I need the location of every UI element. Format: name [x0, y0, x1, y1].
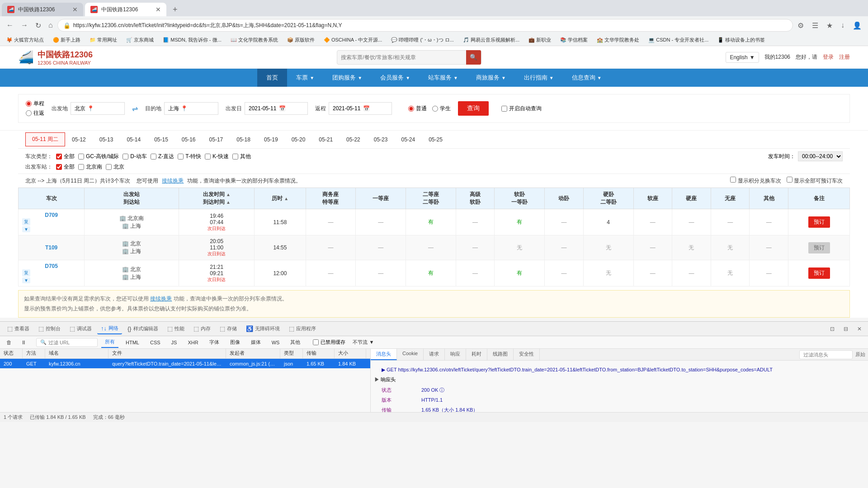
swap-button[interactable]: ⇌ [132, 104, 138, 113]
back-button[interactable]: ← [4, 19, 16, 31]
header-filter-input[interactable] [803, 352, 849, 357]
filter-other[interactable]: 其他 [232, 153, 251, 160]
filter-gc[interactable]: GC-高铁/城际 [78, 153, 119, 160]
devtools-style-editor[interactable]: {} 样式编辑器 [124, 324, 162, 334]
new-tab-button[interactable]: + [170, 5, 180, 14]
notice-transfer-link[interactable]: 接续换乘 [150, 296, 172, 302]
station-all[interactable]: 全部 [56, 163, 75, 171]
bookmark-msdn[interactable]: 📘 MSDN, 我告诉你 - 微... [160, 36, 224, 44]
bookmark-jd[interactable]: 🛒 京东商城 [123, 36, 156, 44]
filter-t-checkbox[interactable] [178, 154, 184, 160]
bookmark-edu[interactable]: 📖 文化学院教务系统 [228, 36, 281, 44]
devtools-separate-button[interactable]: ⊟ [841, 324, 851, 334]
detail-tab-security[interactable]: 安全性 [514, 349, 540, 360]
filter-d-checkbox[interactable] [123, 154, 128, 160]
throttle-selector[interactable]: 不节流 ▼ [349, 337, 377, 347]
normal-radio[interactable]: 普通 [408, 105, 427, 113]
account-link[interactable]: 我的12306 [764, 53, 790, 61]
detail-tab-cookie[interactable]: Cookie [397, 349, 424, 360]
bookmark-foxofficialsite[interactable]: 🦊 火狐官方站点 [4, 36, 47, 44]
filter-image[interactable]: 图像 [226, 337, 244, 347]
filter-gc-checkbox[interactable] [78, 154, 84, 160]
student-radio-input[interactable] [432, 106, 438, 112]
filter-t[interactable]: T-特快 [178, 153, 201, 160]
show-points-checkbox-label[interactable]: 显示积分兑换车次 [730, 177, 781, 185]
nav-item-station[interactable]: 站车服务 ▼ [419, 69, 467, 87]
train-link-d705[interactable]: D705 [45, 263, 58, 269]
filter-font[interactable]: 字体 [206, 337, 223, 347]
detail-tab-route[interactable]: 线路图 [487, 349, 514, 360]
network-filter-input[interactable] [48, 340, 94, 345]
filter-k-checkbox[interactable] [205, 154, 211, 160]
to-input[interactable]: 上海 📍 [164, 102, 218, 115]
time-filter-select[interactable]: 00:00--24:00 [798, 151, 843, 161]
date-tab-0523[interactable]: 05-23 [367, 133, 395, 146]
devtools-network[interactable]: ↑↓ 网络 [97, 323, 122, 334]
bookmark-xuexin[interactable]: 📚 学信档案 [557, 36, 590, 44]
date-tab-0522[interactable]: 05-22 [340, 133, 367, 146]
bookmark-bilibili[interactable]: 💬 哔哩哔哩 ('・ω・)つ ロ... [388, 36, 456, 44]
devtools-dock-button[interactable]: ⊡ [827, 324, 837, 334]
nav-item-info[interactable]: 信息查询 ▼ [563, 69, 611, 87]
downloads-button[interactable]: ↓ [838, 19, 847, 32]
book-button-d705[interactable]: 预订 [808, 267, 830, 279]
date-tab-0524[interactable]: 05-24 [394, 133, 422, 146]
devtools-memory[interactable]: ⬚ 内存 [190, 324, 214, 334]
tab-close-1[interactable]: ✕ [72, 6, 78, 13]
nav-item-group[interactable]: 团购服务 ▼ [323, 69, 371, 87]
date-tab-0521[interactable]: 05-21 [312, 133, 340, 146]
book-button-d709[interactable]: 预订 [808, 216, 830, 228]
student-radio[interactable]: 学生 [432, 105, 451, 113]
bookmark-csdn[interactable]: 💻 CSDN - 专业开发者社... [646, 36, 711, 44]
date-tab-0520[interactable]: 05-20 [285, 133, 312, 146]
bookmark-newuser[interactable]: 🟠 新手上路 [50, 36, 83, 44]
date-tab-0517[interactable]: 05-17 [203, 133, 230, 146]
browser-tab-2[interactable]: 🚄 中国铁路12306 ✕ [85, 3, 166, 16]
depart-input[interactable]: 2021-05-11 📅 [245, 102, 308, 115]
raw-headers-button[interactable]: 原始 [853, 349, 868, 360]
station-beijingnan-checkbox[interactable] [78, 164, 84, 170]
bookmark-mobile[interactable]: 📱 移动设备上的书签 [715, 36, 768, 44]
filter-z-checkbox[interactable] [151, 154, 156, 160]
devtools-inspector[interactable]: ⬚ 查看器 [4, 324, 33, 334]
filter-all-requests[interactable]: 所有 [101, 337, 118, 348]
filter-all-checkbox[interactable] [56, 154, 62, 160]
network-row-selected[interactable]: 200 GET kyfw.12306.cn query?leftTicketDT… [0, 359, 370, 369]
nav-item-member[interactable]: 会员服务 ▼ [371, 69, 419, 87]
filter-js[interactable]: JS [168, 338, 181, 347]
bookmark-netease[interactable]: 🎵 网易云音乐视频解析... [460, 36, 522, 44]
filter-xhr[interactable]: XHR [184, 338, 202, 347]
date-tab-0512[interactable]: 05-12 [65, 133, 93, 146]
date-tab-0516[interactable]: 05-16 [175, 133, 203, 146]
date-tab-0514[interactable]: 05-14 [120, 133, 147, 146]
extensions-button[interactable]: ⚙ [795, 19, 807, 32]
date-tab-0518[interactable]: 05-18 [230, 133, 257, 146]
filter-all[interactable]: 全部 [56, 153, 75, 160]
devtools-storage[interactable]: ⬚ 存储 [216, 324, 241, 334]
filter-html[interactable]: HTML [122, 338, 143, 347]
login-link[interactable]: 登录 [823, 53, 834, 61]
date-tab-0515[interactable]: 05-15 [147, 133, 175, 146]
station-beijingnan[interactable]: 北京南 [78, 163, 102, 171]
detail-tab-headers[interactable]: 消息头 [371, 349, 397, 360]
bookmark-job[interactable]: 💼 新职业 [526, 36, 554, 44]
bookmark-button[interactable]: ★ [824, 19, 835, 32]
address-bar[interactable]: 🔒 https://kyfw.12306.cn/otn/leftTicket/i… [57, 19, 793, 32]
filter-d[interactable]: D-动车 [123, 153, 147, 160]
auto-query-checkbox[interactable] [501, 106, 507, 112]
filter-ws[interactable]: WS [268, 338, 283, 347]
show-points-checkbox[interactable] [730, 177, 736, 183]
disable-cache-checkbox[interactable] [313, 339, 319, 345]
single-trip-input[interactable] [26, 101, 32, 107]
date-tab-0511[interactable]: 05-11 周二 [25, 132, 65, 146]
show-all-checkbox-label[interactable]: 显示全部可预订车次 [787, 177, 843, 185]
devtools-performance[interactable]: ⬚ 性能 [164, 324, 188, 334]
bookmark-oschina[interactable]: 🔶 OSCHINA - 中文开源... [321, 36, 385, 44]
network-pause-button[interactable]: ⏸ [18, 338, 29, 347]
train-link-d709[interactable]: D709 [45, 212, 58, 218]
nav-item-business[interactable]: 商旅服务 ▼ [467, 69, 515, 87]
single-trip-radio[interactable]: 单程 [26, 100, 44, 108]
nav-item-guide[interactable]: 出行指南 ▼ [515, 69, 563, 87]
tab-close-2[interactable]: ✕ [156, 6, 161, 13]
filter-other-checkbox[interactable] [232, 154, 238, 160]
